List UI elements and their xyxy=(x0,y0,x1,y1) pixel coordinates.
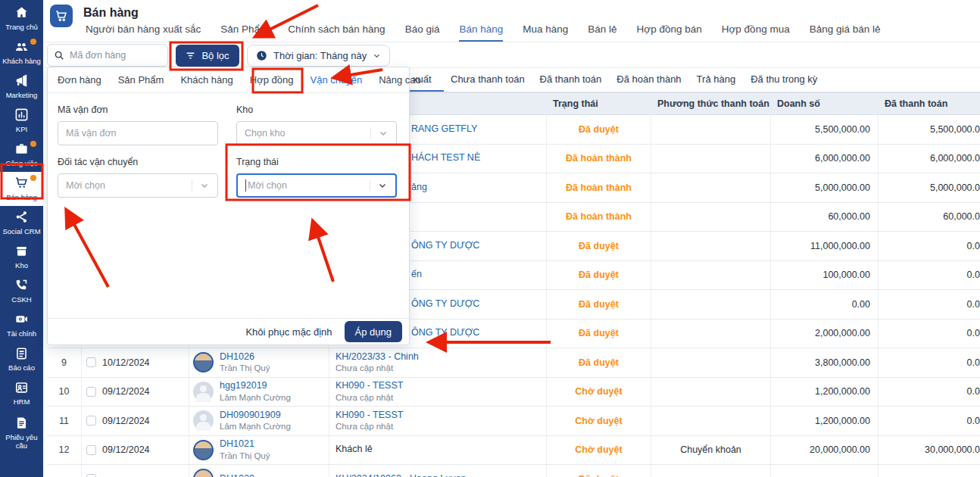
sidebar-item-7[interactable]: Social CRM xyxy=(0,206,43,240)
order-code-link[interactable]: DH1026 xyxy=(220,351,270,363)
row-checkbox[interactable] xyxy=(86,387,96,397)
status-select[interactable]: Mời chọn xyxy=(236,173,397,198)
warehouse-select[interactable]: Chọn kho xyxy=(236,121,397,145)
customer-link[interactable]: KH090 - TESST xyxy=(336,410,546,422)
sidebar-item-4[interactable]: KPI xyxy=(0,104,43,138)
time-filter-dropdown[interactable]: Thời gian: Tháng này xyxy=(247,45,390,67)
sidebar-item-5[interactable]: Công việc xyxy=(0,138,43,172)
sidebar-item-12[interactable]: HRM xyxy=(0,376,43,410)
apply-button[interactable]: Áp dụng xyxy=(345,321,402,342)
main-tabs: Người bán hàng xuất sắcSản PhẩmChính sác… xyxy=(86,23,880,42)
customer-link[interactable]: ÔNG TY DƯỢC xyxy=(411,327,546,339)
tracking-code-input[interactable]: Mã vận đơn xyxy=(58,121,218,145)
sidebar-item-label: Công việc xyxy=(5,160,37,168)
sidebar-item-10[interactable]: Tài chính xyxy=(0,308,43,342)
sidebar-item-11[interactable]: Báo cáo xyxy=(0,342,43,376)
filter-panel-tab[interactable]: Khách hàng xyxy=(180,74,233,86)
subtab-item[interactable]: Trả hàng xyxy=(697,73,736,85)
search-icon xyxy=(54,50,64,61)
subtab-item[interactable]: Đã hoàn thành xyxy=(616,73,681,85)
warehouse-field: Kho Chọn kho xyxy=(236,104,397,145)
customer-link[interactable]: ÔNG TY DƯỢC xyxy=(411,240,546,252)
header-tab[interactable]: Bán lẻ xyxy=(588,23,616,42)
filter-panel-tab[interactable]: Hợp đồng xyxy=(250,74,294,86)
sidebar-item-8[interactable]: Kho xyxy=(0,240,43,274)
header-tab[interactable]: Mua hàng xyxy=(523,23,568,42)
customer-link[interactable]: KH090 - TESST xyxy=(336,380,546,392)
header-tab[interactable]: Bảng giá bán lẻ xyxy=(810,23,881,42)
header-tab[interactable]: Báo giá xyxy=(405,23,440,42)
customer-link[interactable]: HÁCH TEST NÈ xyxy=(411,152,546,164)
header-tab[interactable]: Người bán hàng xuất sắc xyxy=(86,23,201,42)
sales-amount: 1,200,000.00 xyxy=(771,407,879,435)
payment-method xyxy=(651,261,771,290)
customer-link[interactable]: KH/2024/10060 - Hoang Luyen xyxy=(336,473,546,477)
avatar xyxy=(193,382,214,402)
sidebar-item-9[interactable]: CSKH xyxy=(0,274,43,308)
customer-link[interactable]: ÔNG TY DƯỢC xyxy=(411,298,546,310)
sidebar-item-label: Bán hàng xyxy=(6,194,37,202)
header-tab[interactable]: Hợp đồng mua xyxy=(722,23,790,42)
avatar xyxy=(193,469,214,477)
table-header-cell: Doanh số xyxy=(771,93,879,114)
status-badge: Chờ duyệt xyxy=(547,378,651,407)
filter-panel: Đơn hàngSản PhẩmKhách hàngHợp đồngVận ch… xyxy=(47,67,410,345)
sidebar-item-13[interactable]: Phiếu yêu cầu xyxy=(0,410,43,456)
payment-method xyxy=(651,465,771,477)
row-checkbox[interactable] xyxy=(86,357,96,367)
order-code-link[interactable]: DH090901909 xyxy=(220,410,291,422)
row-checkbox[interactable] xyxy=(86,474,96,477)
order-code-link[interactable]: hgg192019 xyxy=(220,380,291,392)
finance-icon xyxy=(14,312,29,329)
sidebar: Trang chủ Khách hàng Marketing KPI Công … xyxy=(0,0,43,477)
request-icon xyxy=(14,416,29,433)
header-tab[interactable]: Hợp đồng bán xyxy=(637,23,702,42)
filter-panel-tab[interactable]: Đơn hàng xyxy=(58,74,101,86)
order-date: 09/12/2024 xyxy=(102,386,150,397)
shipping-partner-select[interactable]: Mời chọn xyxy=(58,173,218,198)
customer-link[interactable]: KH/2023/33 - Chinh xyxy=(336,351,546,363)
subtab-item[interactable]: Đã thanh toán xyxy=(540,73,602,85)
header-tab[interactable]: Chính sách bán hàng xyxy=(288,23,385,42)
time-filter-label: Thời gian: Tháng này xyxy=(273,50,367,61)
filter-button[interactable]: Bộ lọc xyxy=(176,45,239,67)
header-tab[interactable]: Sản Phẩm xyxy=(220,23,268,42)
header-tab[interactable]: Bán hàng xyxy=(459,23,503,42)
status-badge: Đã duyệt xyxy=(547,115,651,144)
payment-method xyxy=(651,320,771,348)
order-date: 09/12/2024 xyxy=(102,416,150,426)
sidebar-item-1[interactable]: Trang chủ xyxy=(0,2,43,36)
customer-link[interactable]: Khách lẻ xyxy=(336,444,546,456)
row-checkbox[interactable] xyxy=(86,416,96,426)
filter-panel-tab[interactable]: Sản Phẩm xyxy=(118,74,164,86)
filter-panel-tab[interactable]: Vận chuyển xyxy=(310,74,362,86)
reset-defaults-link[interactable]: Khôi phục mặc định xyxy=(245,326,332,338)
payment-method: Chuyển khoản xyxy=(651,436,771,465)
avatar xyxy=(193,352,214,373)
order-code-link[interactable]: DH1020 xyxy=(220,473,254,477)
subtab-item[interactable]: Chưa thanh toán xyxy=(451,73,525,85)
payment-method xyxy=(651,348,771,377)
sales-amount: 5,000,000.00 xyxy=(771,173,879,202)
sidebar-item-label: HRM xyxy=(14,398,30,407)
subtab-item[interactable]: Đã thu trong kỳ xyxy=(751,73,817,85)
sales-amount: 1,200,000.00 xyxy=(771,378,879,407)
order-code-link[interactable]: DH1021 xyxy=(220,438,270,450)
status-badge: Đã hoàn thành xyxy=(547,203,651,232)
customer-link[interactable]: RANG GETFLY xyxy=(411,123,546,136)
sidebar-item-label: CSKH xyxy=(11,296,31,304)
row-checkbox[interactable] xyxy=(86,445,96,455)
sidebar-item-label: Báo cáo xyxy=(8,364,35,373)
sidebar-item-2[interactable]: Khách hàng xyxy=(0,36,43,70)
paid-amount: 5,500,000.0 xyxy=(879,115,980,144)
search-input[interactable] xyxy=(70,50,161,61)
customer-link[interactable]: ến xyxy=(411,269,546,281)
sales-amount: 20,000,000.00 xyxy=(771,436,879,465)
sidebar-item-label: Kho xyxy=(15,262,28,270)
paid-amount: 6,000,000.0 xyxy=(879,145,980,173)
sidebar-item-6[interactable]: Bán hàng xyxy=(0,172,43,206)
customer-link[interactable]: ảng xyxy=(411,182,546,194)
shipping-partner-label: Đối tác vận chuyển xyxy=(58,157,218,167)
filter-panel-tab[interactable]: Nâng cao xyxy=(379,74,421,86)
sidebar-item-3[interactable]: Marketing xyxy=(0,70,43,104)
